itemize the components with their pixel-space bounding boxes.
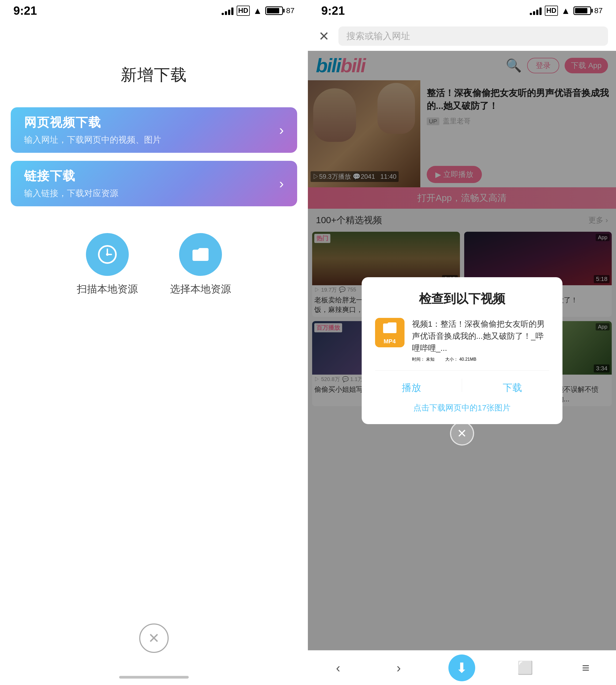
web-video-arrow: › bbox=[279, 122, 284, 138]
battery-level-right: 87 bbox=[594, 6, 602, 15]
link-download-title: 链接下载 bbox=[24, 168, 279, 184]
signal-icon bbox=[222, 6, 234, 15]
battery-icon-right bbox=[573, 6, 591, 15]
time-label: 时间： 未知 bbox=[412, 357, 435, 362]
close-button-left[interactable]: ✕ bbox=[139, 623, 169, 653]
browser-bar: ✕ 搜索或输入网址 bbox=[308, 21, 616, 51]
link-download-arrow: › bbox=[279, 176, 284, 191]
browser-close-btn[interactable]: ✕ bbox=[316, 29, 332, 44]
left-panel: 9:21 HD ▲ 87 新增下载 网页视频下载 输入网址，下载网页中的视频、图… bbox=[0, 0, 308, 685]
status-icons-right: HD ▲ 87 bbox=[530, 6, 602, 16]
status-icons-left: HD ▲ 87 bbox=[222, 6, 294, 16]
close-x-btn[interactable]: ✕ bbox=[450, 421, 474, 446]
hd-badge: HD bbox=[237, 6, 250, 16]
nav-back-btn[interactable]: ‹ bbox=[327, 657, 349, 679]
dialog-title: 检查到以下视频 bbox=[375, 291, 549, 307]
status-bar-left: 9:21 HD ▲ 87 bbox=[0, 0, 308, 21]
browser-search-text: 搜索或输入网址 bbox=[347, 30, 410, 42]
select-label: 选择本地资源 bbox=[170, 282, 231, 296]
nav-forward-btn[interactable]: › bbox=[388, 657, 409, 679]
size-label: 大小： 40.21MB bbox=[445, 357, 477, 362]
signal-icon-right bbox=[530, 6, 542, 15]
battery-icon bbox=[265, 6, 283, 15]
nav-tabs-btn[interactable]: ⬜ bbox=[514, 657, 536, 679]
video-item-title: 视频1：整活！深夜偷偷把女友听的男声优语音换成我的...她又破防了！_哔哩哔哩_… bbox=[412, 318, 549, 354]
battery-level: 87 bbox=[286, 6, 294, 15]
nav-download-btn[interactable]: ⬇ bbox=[448, 655, 475, 681]
video-item-row: MP4 视频1：整活！深夜偷偷把女友听的男声优语音换成我的...她又破防了！_哔… bbox=[375, 318, 549, 362]
local-options: 扫描本地资源 选择本地资源 bbox=[77, 233, 231, 296]
folder-icon bbox=[179, 233, 222, 276]
svg-point-1 bbox=[106, 253, 109, 256]
nav-menu-btn[interactable]: ≡ bbox=[575, 657, 596, 679]
web-video-subtitle: 输入网址，下载网页中的视频、图片 bbox=[24, 134, 279, 146]
video-item-meta: 时间： 未知 大小： 40.21MB bbox=[412, 357, 549, 362]
dialog-overlay: 检查到以下视频 MP4 视频1：整活！深夜偷偷把女友听的男声优语音换成我的...… bbox=[308, 51, 616, 650]
scan-local[interactable]: 扫描本地资源 bbox=[77, 233, 138, 296]
wifi-icon-right: ▲ bbox=[561, 6, 570, 16]
status-bar-right: 9:21 HD ▲ 87 bbox=[308, 0, 616, 21]
hd-badge-right: HD bbox=[545, 6, 558, 16]
browser-nav: ‹ › ⬇ ⬜ ≡ bbox=[308, 650, 616, 685]
time-left: 9:21 bbox=[14, 4, 37, 17]
scan-icon bbox=[86, 233, 129, 276]
web-video-card[interactable]: 网页视频下载 输入网址，下载网页中的视频、图片 › bbox=[11, 107, 297, 153]
web-video-title: 网页视频下载 bbox=[24, 114, 279, 131]
right-panel: 9:21 HD ▲ 87 ✕ 搜索或输入网址 bilibili 🔍 登录 bbox=[308, 0, 616, 685]
mp4-folder-icon bbox=[382, 320, 397, 337]
wifi-icon: ▲ bbox=[253, 6, 262, 16]
mp4-badge: MP4 bbox=[375, 318, 404, 347]
link-download-content: 链接下载 输入链接，下载对应资源 bbox=[24, 168, 279, 199]
dialog-box: 检查到以下视频 MP4 视频1：整活！深夜偷偷把女友听的男声优语音换成我的...… bbox=[362, 277, 563, 424]
mp4-label: MP4 bbox=[383, 338, 396, 345]
web-content: bilibili 🔍 登录 下载 App ▷59.3万播放 💬2041 11:4… bbox=[308, 51, 616, 650]
time-right: 9:21 bbox=[321, 4, 345, 17]
video-item-info: 视频1：整活！深夜偷偷把女友听的男声优语音换成我的...她又破防了！_哔哩哔哩_… bbox=[412, 318, 549, 362]
dialog-download-btn[interactable]: 下载 bbox=[489, 379, 535, 397]
dialog-divider bbox=[462, 379, 462, 392]
home-indicator-left bbox=[119, 676, 189, 679]
select-local[interactable]: 选择本地资源 bbox=[170, 233, 231, 296]
web-video-content: 网页视频下载 输入网址，下载网页中的视频、图片 bbox=[24, 114, 279, 146]
dialog-play-btn[interactable]: 播放 bbox=[389, 379, 435, 397]
option-cards: 网页视频下载 输入网址，下载网页中的视频、图片 › 链接下载 输入链接，下载对应… bbox=[0, 107, 308, 206]
link-download-card[interactable]: 链接下载 输入链接，下载对应资源 › bbox=[11, 161, 297, 206]
browser-search-bar[interactable]: 搜索或输入网址 bbox=[338, 26, 608, 46]
scan-label: 扫描本地资源 bbox=[77, 282, 138, 296]
dialog-actions: 播放 下载 bbox=[375, 370, 549, 397]
dialog-images-link[interactable]: 点击下载网页中的17张图片 bbox=[375, 403, 549, 413]
page-title: 新增下载 bbox=[121, 64, 187, 86]
link-download-subtitle: 输入链接，下载对应资源 bbox=[24, 188, 279, 199]
